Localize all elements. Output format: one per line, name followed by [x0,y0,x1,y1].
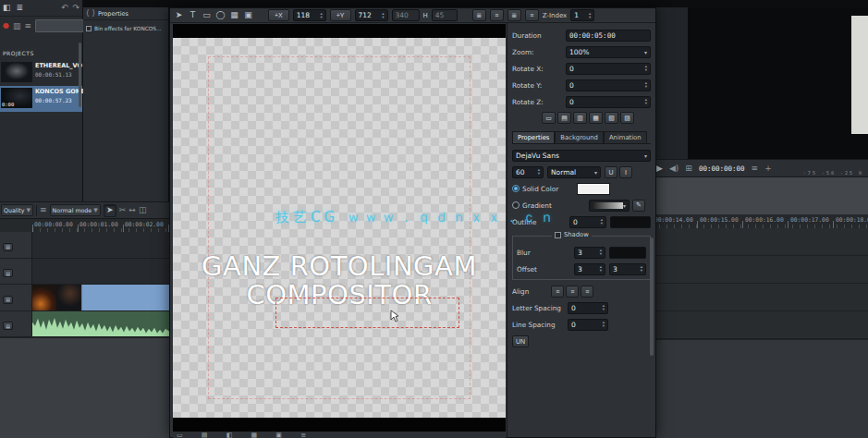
add-image-tool-icon[interactable]: ▦ [229,11,239,19]
video-clip-thumbnail[interactable] [56,285,81,310]
track-row-empty[interactable] [32,232,169,259]
edit-mode-select[interactable]: Normal mode▾ [50,204,101,216]
offset-y-spinner[interactable]: 3 ▴▾ [609,263,646,275]
copy-icon[interactable]: ▥ [13,22,21,30]
spinner-arrows[interactable]: ▴▾ [603,304,605,310]
rotate-z-spinner[interactable]: 0 ▴▾ [566,96,651,108]
audio-clip[interactable] [32,311,169,337]
spacer-tool-icon[interactable]: ↔ [128,206,136,214]
zindex-spinner[interactable]: 1 ▴▾ [570,9,594,21]
outline-color-field[interactable] [610,216,651,228]
track-row-audio[interactable] [32,311,169,338]
bin-scrollbar[interactable] [79,43,81,107]
x-position-spinner[interactable]: 118 ▴▾ [293,9,326,21]
speaker-icon[interactable]: ◀) [669,164,679,173]
font-weight-select[interactable]: Normal▾ [547,166,601,178]
offset-x-spinner[interactable]: 3 ▴▾ [574,263,605,275]
outline-width-spinner[interactable]: 0 ▴▾ [569,216,606,228]
title-canvas[interactable]: GANZ ROTOLINGAM COMPOSITOR [173,24,506,432]
underline-button[interactable]: U [605,166,617,178]
record-icon[interactable]: ● [3,22,9,30]
title-bottom-toolbar[interactable]: ▭ ▤ ◧ ▦ ▣ ≡ [173,432,506,438]
razor-tool-icon[interactable]: ✂ [119,206,127,214]
spinner-arrows[interactable]: ▴▾ [589,12,591,18]
list-icon[interactable]: ≡ [25,22,32,30]
spinner-arrows[interactable]: ▴▾ [600,265,602,272]
select-tool-icon[interactable]: ➤ [174,11,184,19]
clapper-icon[interactable]: ◧ [3,4,11,12]
video-clip-thumbnail[interactable] [32,285,56,310]
spinner-arrows[interactable]: ▴▾ [538,168,540,175]
track-icon[interactable]: ▤ [3,243,13,251]
duration-field[interactable]: 00:00:05:00 [566,30,651,42]
track-icon[interactable]: ▤ [3,269,13,277]
bin-item-koncos[interactable]: 0:00 KONCOS GONE_WITH_ 00:00:57.23 [0,86,82,112]
un-button[interactable]: UN [512,335,529,347]
selection-tool-button[interactable]: ➤ [104,204,116,217]
add-rect-tool-icon[interactable]: ▭ [202,11,212,19]
ripple-tool-icon[interactable]: ◫ [139,206,147,214]
view-button-5[interactable]: ▧ [605,112,618,124]
spinner-arrows[interactable]: ▴▾ [601,218,603,225]
track-header[interactable]: ▤ [0,259,31,286]
align-left-button[interactable]: ≡ [551,286,564,298]
object-to-bottom-button[interactable]: ≡ [525,9,539,21]
object-to-top-button[interactable]: ≣ [507,9,521,21]
spinner-arrows[interactable]: ▴▾ [603,321,605,327]
gradient-radio[interactable] [512,201,520,209]
undo-icon[interactable]: ↶ [61,4,68,12]
spinner-arrows[interactable]: ▴▾ [645,81,647,88]
title-clip-blue[interactable] [81,285,169,310]
y-position-button[interactable]: +Y [330,9,351,21]
blur-spinner[interactable]: 3 ▴▾ [574,247,605,259]
burger-icon[interactable]: ≡ [752,164,759,173]
tab-background[interactable]: Background [555,131,604,143]
timeline-ruler-left[interactable]: 00:00:00.00 00:00:01.00 00:00:02.00 [0,219,169,233]
plus-icon[interactable]: + [764,164,772,173]
track-header[interactable]: ▤ [0,232,31,259]
panel-scrollbar[interactable] [650,237,654,356]
view-button-1[interactable]: ▭ [542,112,556,124]
shadow-color-field[interactable] [609,247,646,259]
add-ellipse-tool-icon[interactable]: ◯ [215,11,226,19]
view-button-6[interactable]: ▨ [620,112,634,124]
bin-effects-checkbox[interactable] [86,26,92,31]
align-center-button[interactable]: ≡ [566,286,579,298]
track-row-video[interactable] [32,285,169,311]
chevron-right-icon[interactable]: ⟩ [92,9,96,18]
font-family-select[interactable]: DejaVu Sans▾ [512,150,651,162]
spinner-arrows[interactable]: ▴▾ [321,12,323,18]
tab-properties[interactable]: Properties [512,131,555,143]
track-icon[interactable]: ▤ [3,296,13,304]
spinner-arrows[interactable]: ▴▾ [600,249,602,255]
tab-animation[interactable]: Animation [604,131,647,143]
title-line-1[interactable]: GANZ ROTOLINGAM [173,252,506,281]
timeline-tracks-right[interactable] [652,228,868,339]
zoom-select[interactable]: 100%▾ [566,46,651,58]
track-icon[interactable]: ▤ [3,322,13,330]
bin-item-ethereal[interactable]: ETHEREAL_VO 00:00:51.13 [0,60,82,86]
timeline-ruler-right[interactable]: 00:00:14.00 00:00:15.00 00:00:16.00 00:0… [652,214,868,229]
burger-icon[interactable]: ≡ [40,206,47,214]
track-row-empty[interactable] [32,259,169,286]
chevron-left-icon[interactable]: ⟨ [86,9,90,18]
italic-button[interactable]: I [619,166,632,178]
lower-object-button[interactable]: ≡ [490,9,504,21]
shadow-checkbox[interactable] [555,232,561,238]
redo-icon[interactable]: ↷ [72,4,79,12]
play-icon[interactable]: ▶ [656,164,663,173]
spinner-arrows[interactable]: ▴▾ [645,65,647,71]
grid-icon[interactable]: ⊞ [685,164,692,173]
line-spacing-spinner[interactable]: 0 ▴▾ [568,319,608,331]
add-text-tool-icon[interactable]: T [188,11,198,19]
spinner-arrows[interactable]: ▴▾ [645,98,647,104]
view-button-4[interactable]: ▦ [589,112,603,124]
align-right-button[interactable]: ≡ [581,286,593,298]
solid-color-radio[interactable] [512,185,520,192]
gradient-select[interactable]: ▾ [589,200,630,212]
letter-spacing-spinner[interactable]: 0 ▴▾ [568,302,608,314]
view-button-3[interactable]: ▥ [573,112,587,124]
menu-icon[interactable]: ≣ [17,4,24,12]
raise-object-button[interactable]: ≣ [472,9,486,21]
save-title-icon[interactable]: ▣ [243,11,253,19]
